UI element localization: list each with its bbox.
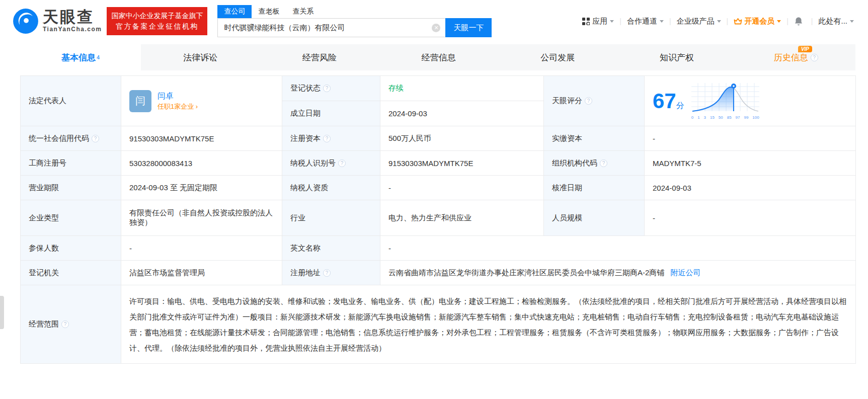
tianyancha-logo[interactable]: 天眼查 TianYanCha.com <box>13 8 102 34</box>
score-unit: 分 <box>676 101 684 110</box>
paid-capital-value: - <box>645 126 856 151</box>
nav-divider: | <box>619 17 621 25</box>
crown-icon <box>734 18 742 25</box>
label-text: 登记状态 <box>290 84 321 93</box>
tab-basic-info[interactable]: 基本信息4 <box>20 44 141 70</box>
field-label-est-date: 成立日期 <box>282 101 380 126</box>
search-tab-company[interactable]: 查公司 <box>217 5 252 18</box>
tab-operation-risk[interactable]: 经营风险 <box>260 44 379 70</box>
insured-count-value: - <box>121 236 282 261</box>
help-icon[interactable]: ? <box>585 97 592 105</box>
nav-enterprise-label: 企业级产品 <box>677 17 715 26</box>
credit-code-value: 91530303MADYMTK75E <box>121 126 282 151</box>
field-label-score: 天眼评分? <box>544 76 645 126</box>
field-label-industry: 行业 <box>282 200 380 236</box>
nav-partner-channel[interactable]: 合作通道 <box>627 17 664 26</box>
tab-label: 法律诉讼 <box>183 52 217 63</box>
field-label-legal-rep: 法定代表人 <box>21 76 121 126</box>
logo-brand-text: 天眼查 <box>43 10 102 25</box>
label-text: 统一社会信用代码 <box>29 134 89 143</box>
badge-line1: 国家中小企业发展子基金旗下 <box>111 11 203 21</box>
search-tab-relation[interactable]: 查关系 <box>286 5 320 18</box>
approval-date-value: 2024-09-03 <box>645 176 856 200</box>
vip-badge: VIP <box>798 46 812 52</box>
tab-label: 经营风险 <box>302 52 337 63</box>
label-text: 注册地址 <box>290 268 321 278</box>
chevron-down-icon <box>850 20 854 23</box>
help-icon[interactable]: ? <box>338 159 346 167</box>
help-icon[interactable]: ? <box>61 321 69 328</box>
notification-bell-icon[interactable] <box>794 17 803 26</box>
tab-company-development[interactable]: 公司发展 <box>498 44 617 70</box>
reg-status-value: 存续 <box>380 76 544 101</box>
chevron-down-icon <box>717 20 721 23</box>
nav-enterprise-products[interactable]: 企业级产品 <box>677 17 721 26</box>
reg-number-value: 530328000083413 <box>121 151 282 176</box>
field-label-credit-code: 统一社会信用代码? <box>21 126 121 151</box>
top-navigation: 应用 | 合作通道 | 企业级产品 | 开通会员 | | 此处有... <box>582 17 854 26</box>
search-input[interactable] <box>218 19 445 37</box>
tab-intellectual-property[interactable]: 知识产权 <box>617 44 737 70</box>
help-icon[interactable]: ? <box>323 85 331 92</box>
label-text: 纳税人识别号 <box>290 158 336 168</box>
reg-capital-value: 500万人民币 <box>380 126 544 151</box>
score-distribution-chart: 0131550859799100 <box>691 82 761 120</box>
logo-eye-icon <box>13 8 39 34</box>
nearby-companies-link[interactable]: 附近公司 <box>671 268 701 277</box>
help-icon[interactable]: ? <box>323 135 331 142</box>
field-label-company-type: 企业类型 <box>21 200 121 236</box>
search-area: 查公司 查老板 查关系 ✕ 天眼一下 <box>217 5 492 37</box>
search-tab-boss[interactable]: 查老板 <box>252 5 286 18</box>
nav-apps-label: 应用 <box>592 17 607 26</box>
nav-apps[interactable]: 应用 <box>582 17 614 26</box>
reg-address-cell: 云南省曲靖市沾益区龙华街道办事处庄家湾社区居民委员会中城华府三期商A-2商铺 附… <box>380 261 856 285</box>
field-label-taxpayer-id: 纳税人识别号? <box>282 151 380 176</box>
tab-history-info[interactable]: VIP 历史信息 ? <box>736 44 855 70</box>
field-label-taxpayer-quality: 纳税人资质 <box>282 176 380 200</box>
legal-rep-name-link[interactable]: 闫卓 <box>157 92 174 100</box>
legal-rep-avatar[interactable]: 闫 <box>129 90 151 112</box>
business-scope-value: 许可项目：输电、供电、受电电力设施的安装、维修和试验；发电业务、输电业务、供（配… <box>121 285 856 364</box>
field-label-reg-number: 工商注册号 <box>21 151 121 176</box>
field-label-insured-count: 参保人数 <box>21 236 121 261</box>
legal-rep-positions-link[interactable]: 任职1家企业 › <box>157 103 198 110</box>
left-scrollbar-handle[interactable] <box>0 296 4 329</box>
field-label-business-scope: 经营范围? <box>21 285 121 364</box>
section-tab-bar: 基本信息4 法律诉讼 经营风险 经营信息 公司发展 知识产权 VIP 历史信息 … <box>20 44 855 70</box>
nav-open-vip[interactable]: 开通会员 <box>734 17 781 26</box>
field-label-paid-capital: 实缴资本 <box>544 126 645 151</box>
reg-address-value: 云南省曲靖市沾益区龙华街道办事处庄家湾社区居民委员会中城华府三期商A-2商铺 <box>388 268 664 277</box>
help-icon[interactable]: ? <box>600 159 607 167</box>
clear-search-icon[interactable]: ✕ <box>432 24 440 32</box>
nav-vip-label: 开通会员 <box>744 17 774 26</box>
search-button[interactable]: 天眼一下 <box>445 18 492 37</box>
badge-line2: 官方备案企业征信机构 <box>111 21 203 32</box>
help-icon[interactable]: ? <box>811 54 818 61</box>
field-label-reg-authority: 登记机关 <box>21 261 121 285</box>
tab-label: 知识产权 <box>660 52 694 63</box>
org-code-value: MADYMTK7-5 <box>645 151 856 176</box>
label-text: 注册资本 <box>290 134 321 143</box>
company-type-value: 有限责任公司（非自然人投资或控股的法人独资） <box>121 200 282 236</box>
nav-user-account[interactable]: 此处有... <box>818 17 854 26</box>
staff-size-value: - <box>645 200 856 236</box>
score-cell: 67分 <box>645 76 856 126</box>
field-label-reg-status: 登记状态? <box>282 76 380 101</box>
gov-certification-badge: 国家中小企业发展子基金旗下 官方备案企业征信机构 <box>107 7 207 35</box>
industry-value: 电力、热力生产和供应业 <box>380 200 544 236</box>
field-label-staff-size: 人员规模 <box>544 200 645 236</box>
tab-legal-proceedings[interactable]: 法律诉讼 <box>141 44 260 70</box>
company-info-table: 法定代表人 闫 闫卓 任职1家企业 › 登记状态? 存续 天眼评分? 67分 <box>20 75 856 364</box>
field-label-approval-date: 核准日期 <box>544 176 645 200</box>
taxpayer-quality-value: - <box>380 176 544 200</box>
label-text: 天眼评分 <box>552 96 582 106</box>
tab-count-badge: 4 <box>97 54 100 60</box>
help-icon[interactable]: ? <box>92 135 99 142</box>
field-label-english-name: 英文名称 <box>282 236 380 261</box>
tab-operation-info[interactable]: 经营信息 <box>379 44 498 70</box>
tab-label: 经营信息 <box>422 52 456 63</box>
help-icon[interactable]: ? <box>323 269 331 277</box>
field-label-reg-capital: 注册资本? <box>282 126 380 151</box>
chevron-down-icon <box>660 20 664 23</box>
app-grid-icon <box>582 18 590 25</box>
